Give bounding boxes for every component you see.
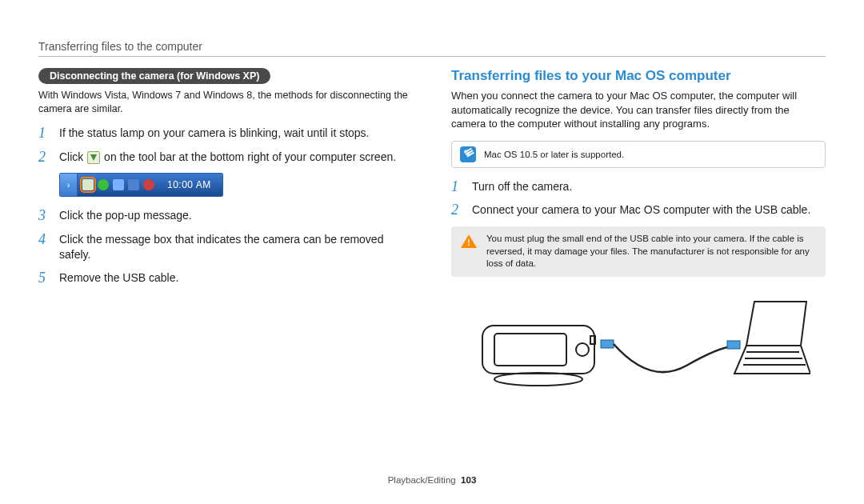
header-rule: [38, 56, 826, 57]
step-text: Click the message box that indicates the…: [59, 232, 413, 262]
step-number: 3: [38, 208, 54, 224]
safely-remove-tray-icon: [82, 179, 94, 190]
note-text: Mac OS 10.5 or later is supported.: [484, 150, 624, 159]
right-intro-text: When you connect the camera to your Mac …: [451, 89, 826, 131]
step-4: 4 Click the message box that indicates t…: [38, 232, 413, 262]
tray-icon: [128, 179, 139, 190]
step-number: 2: [451, 202, 467, 218]
step-5: 5 Remove the USB cable.: [38, 270, 413, 286]
step-number: 1: [38, 126, 54, 142]
step-1: 1 If the status lamp on your camera is b…: [38, 126, 413, 142]
tray-icon: [143, 179, 154, 190]
right-column: Transferring files to your Mac OS comput…: [451, 68, 826, 394]
svg-rect-5: [601, 340, 614, 348]
page-header: Transferring files to the computer: [38, 40, 826, 53]
step-number: 1: [451, 179, 467, 195]
tray-icon: [113, 179, 124, 190]
step-text: Remove the USB cable.: [59, 270, 413, 286]
svg-rect-4: [590, 336, 595, 344]
note-icon: [460, 146, 476, 162]
tray-icon: [98, 179, 109, 190]
note-box: Mac OS 10.5 or later is supported.: [451, 141, 826, 168]
page-footer: Playback/Editing 103: [0, 475, 864, 485]
step-number: 5: [38, 270, 54, 286]
taskbar-clock: 10:00 AM: [159, 174, 222, 196]
step-text: Click on the tool bar at the bottom righ…: [59, 150, 413, 165]
windows-taskbar: › 10:00 AM: [59, 173, 223, 197]
warning-text: You must plug the small end of the USB c…: [486, 233, 816, 270]
step-text: Connect your camera to your Mac OS compu…: [472, 202, 826, 218]
step-text: Turn off the camera.: [472, 179, 826, 194]
step-2: 2 Click on the tool bar at the bottom ri…: [38, 150, 413, 166]
step-1: 1 Turn off the camera.: [451, 179, 826, 195]
step2-text-after: on the tool bar at the bottom right of y…: [101, 150, 396, 163]
step-text: Click the pop-up message.: [59, 208, 413, 223]
step-number: 2: [38, 150, 54, 166]
warning-icon: [461, 234, 477, 248]
svg-point-2: [576, 343, 589, 356]
right-steps-list: 1 Turn off the camera. 2 Connect your ca…: [451, 179, 826, 219]
step-2: 2 Connect your camera to your Mac OS com…: [451, 202, 826, 218]
svg-point-3: [494, 373, 582, 386]
content-columns: Disconnecting the camera (for Windows XP…: [38, 68, 826, 394]
footer-page-number: 103: [461, 475, 476, 485]
left-steps-list-cont: 3 Click the pop-up message. 4 Click the …: [38, 208, 413, 286]
safely-remove-hardware-icon: [87, 151, 100, 164]
step-3: 3 Click the pop-up message.: [38, 208, 413, 224]
step2-text-before: Click: [59, 150, 86, 163]
warning-box: You must plug the small end of the USB c…: [451, 226, 826, 277]
system-tray: [78, 174, 159, 196]
svg-rect-1: [494, 334, 566, 366]
left-intro-text: With Windows Vista, Windows 7 and Window…: [38, 89, 413, 116]
step-number: 4: [38, 232, 54, 248]
taskbar-expand-arrow-icon: ›: [60, 174, 78, 196]
left-column: Disconnecting the camera (for Windows XP…: [38, 68, 413, 394]
camera-laptop-illustration: [451, 290, 826, 394]
taskbar-screenshot: › 10:00 AM: [59, 173, 413, 197]
svg-rect-6: [727, 341, 740, 349]
left-steps-list: 1 If the status lamp on your camera is b…: [38, 126, 413, 166]
footer-section: Playback/Editing: [388, 475, 456, 485]
usb-connection-diagram-icon: [466, 290, 810, 394]
step-text: If the status lamp on your camera is bli…: [59, 126, 413, 141]
right-heading: Transferring files to your Mac OS comput…: [451, 68, 826, 84]
subsection-pill: Disconnecting the camera (for Windows XP…: [38, 68, 270, 84]
